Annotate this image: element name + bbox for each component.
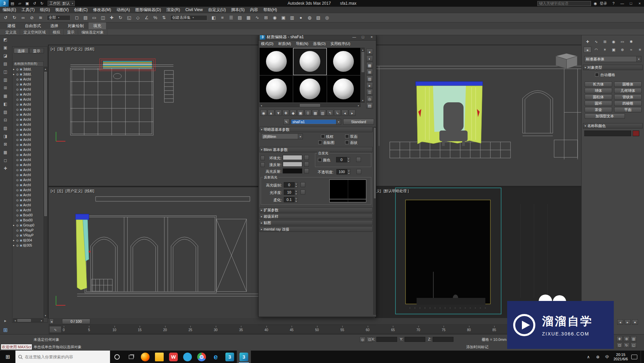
scene-explorer-row[interactable]: ⊙▣ArchI	[13, 82, 44, 87]
diffuse-specular-lock-icon[interactable]	[261, 162, 265, 167]
material-editor-menu-item[interactable]: 模式(D)	[259, 41, 276, 47]
x-coordinate-field[interactable]	[376, 337, 397, 342]
zoom-icon[interactable]: ⊕	[624, 336, 630, 342]
start-button[interactable]: ⊞	[0, 351, 15, 363]
snap-toggle-icon[interactable]: ◇	[133, 14, 142, 22]
spin-up-icon[interactable]: ▴	[347, 169, 351, 172]
background-icon[interactable]: ▦	[366, 62, 373, 68]
material-type-button[interactable]: Standard	[343, 119, 374, 125]
viewport-pov-label[interactable]: [顶]	[57, 47, 63, 51]
select-by-name-icon[interactable]: ▤	[81, 14, 90, 22]
time-slider[interactable]: ◂ 0 / 100 ▸	[49, 318, 581, 325]
ambient-lock-button[interactable]	[304, 155, 309, 160]
material-sample-slot[interactable]	[260, 48, 293, 75]
menu-item[interactable]: 脚本(S)	[228, 7, 247, 13]
taskbar-search[interactable]	[15, 351, 110, 363]
visibility-eye-icon[interactable]: ⊙	[16, 229, 20, 232]
visibility-eye-icon[interactable]: ⊙	[16, 178, 20, 182]
params-scrollbar[interactable]	[373, 127, 376, 315]
scene-explorer-row[interactable]: ⊙▣ArchI	[13, 112, 44, 117]
object-type-button[interactable]: 四棱锥	[614, 101, 642, 106]
object-type-button[interactable]: 长方体	[585, 82, 612, 87]
scroll-right-icon[interactable]: ▸	[357, 104, 360, 107]
open-file-icon[interactable]: ▱	[16, 0, 23, 7]
object-type-button[interactable]: 平面	[614, 107, 642, 112]
selection-filter-dropdown[interactable]: 全部 ▾	[47, 15, 70, 20]
visibility-eye-icon[interactable]: ⊙	[16, 194, 20, 197]
tab-select[interactable]: 选择	[14, 48, 29, 53]
chrome-taskbar-button[interactable]	[195, 351, 209, 363]
bind-to-space-warp-icon[interactable]: ≋	[36, 14, 45, 22]
visibility-eye-icon[interactable]: ⊙	[16, 83, 20, 86]
visibility-eye-icon[interactable]: ⊙	[16, 103, 20, 106]
material-editor-menu-item[interactable]: 实用程序(U)	[328, 41, 353, 47]
specular-level-spinner[interactable]: 0 ▴▾	[284, 182, 298, 188]
explorer-horizontal-scrollbar[interactable]: ◂ ▸	[13, 318, 44, 322]
prev-frame-button[interactable]: ◂	[49, 319, 54, 324]
lights-icon[interactable]: ☀	[601, 47, 609, 53]
scrollbar-thumb[interactable]	[362, 52, 364, 72]
assign-material-icon[interactable]: ▼	[275, 110, 282, 116]
visibility-eye-icon[interactable]: ⊙	[16, 244, 20, 247]
sample-tiling-icon[interactable]: ⊞	[366, 69, 373, 75]
glossiness-map-button[interactable]	[301, 190, 305, 195]
scrollbar-thumb[interactable]	[17, 319, 31, 322]
visibility-eye-icon[interactable]: ⊙	[16, 73, 20, 76]
scrollbar-thumb[interactable]	[374, 128, 376, 198]
toolbar-icon[interactable]: ⊠	[1, 141, 9, 148]
visibility-eye-icon[interactable]: ⊙	[16, 224, 20, 227]
modify-tab-icon[interactable]: ∿	[592, 39, 600, 45]
scene-explorer-row[interactable]: ⊙▣ArchI	[13, 193, 44, 198]
toolbar-icon[interactable]: ▧	[1, 108, 9, 116]
autogrid-checkbox[interactable]	[595, 73, 599, 76]
menu-item[interactable]: 图形编辑器(D)	[132, 7, 164, 13]
visibility-eye-icon[interactable]: ⊙	[16, 199, 20, 202]
visibility-eye-icon[interactable]: ⊙	[16, 128, 20, 132]
object-type-button[interactable]: 圆锥体	[614, 82, 642, 87]
toolbar-icon[interactable]: ▥	[1, 76, 9, 84]
video-color-check-icon[interactable]: ▥	[366, 75, 373, 82]
scene-explorer-row[interactable]: ▸⊙▣组004	[13, 238, 44, 243]
visibility-eye-icon[interactable]: ⊙	[16, 133, 20, 137]
scene-explorer-row[interactable]: ⊙▣Box00	[13, 218, 44, 223]
viewport-user-label[interactable]: [用户定义]	[65, 47, 82, 51]
cortana-button[interactable]	[110, 351, 124, 363]
object-type-button[interactable]: 几何球体	[614, 88, 642, 93]
visibility-eye-icon[interactable]: ⊙	[16, 219, 20, 222]
tab-display[interactable]: 显示	[29, 48, 44, 53]
object-type-button[interactable]: 加强型文本	[585, 113, 625, 119]
menu-item[interactable]: 动画(A)	[114, 7, 132, 13]
minimize-button[interactable]: —	[618, 0, 627, 7]
visibility-eye-icon[interactable]: ⊙	[16, 148, 20, 152]
percent-snap-icon[interactable]: %	[151, 14, 160, 22]
display-tab-icon[interactable]: ▭	[619, 39, 626, 45]
rollout-header[interactable]: ▸扩展参数	[259, 207, 373, 213]
undo-icon[interactable]: ↺	[31, 0, 38, 7]
taskbar-clock[interactable]: 20:15 2021/6/6	[613, 353, 628, 361]
z-coordinate-field[interactable]	[433, 337, 453, 342]
mirror-icon[interactable]: ◧	[209, 14, 218, 22]
scene-explorer-row[interactable]: ⊙▣ArchI	[13, 157, 44, 162]
network-icon[interactable]: ⊕	[595, 354, 601, 360]
expand-arrow-icon[interactable]: ▸	[13, 244, 16, 247]
visibility-eye-icon[interactable]: ⊙	[16, 88, 20, 91]
eyedropper-icon[interactable]: ✎	[283, 119, 289, 125]
named-selection-sets-dropdown[interactable]: 创建选择集 ▾	[170, 15, 207, 20]
visibility-eye-icon[interactable]: ⊙	[16, 123, 20, 126]
ribbon-tab[interactable]: 填充	[89, 22, 106, 29]
scene-explorer-row[interactable]: ⊙▣ArchI	[13, 77, 44, 82]
viewport-menu-button[interactable]: [+]	[51, 189, 55, 193]
rollout-header-shader[interactable]: ▾ 明暗器基本参数	[259, 127, 373, 132]
visibility-eye-icon[interactable]: ⊙	[16, 93, 20, 96]
scene-explorer-row[interactable]: ⊙▣ArchI	[13, 117, 44, 122]
scene-explorer-row[interactable]: ⊙▣ArchI	[13, 147, 44, 152]
scene-explorer-icon[interactable]: ▤	[235, 14, 244, 22]
y-coordinate-field[interactable]	[405, 337, 425, 342]
zoom-extents-icon[interactable]: ▥	[631, 336, 637, 342]
visibility-eye-icon[interactable]: ⊙	[16, 204, 20, 207]
max-taskbar-button[interactable]: 3	[223, 351, 237, 363]
help-search-input[interactable]	[537, 1, 591, 6]
shader-type-dropdown[interactable]: (B)Blinn ▾	[261, 134, 303, 139]
track-bar[interactable]: ∿ 05101520253035404550556065707580859095…	[49, 325, 581, 334]
open-in-viewport-icon[interactable]: ▧	[314, 14, 323, 22]
